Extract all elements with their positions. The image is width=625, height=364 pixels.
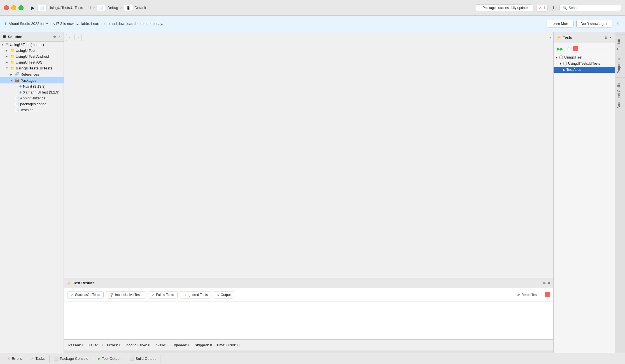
- minimize-button[interactable]: [11, 5, 16, 10]
- test-results-panel: ⚡ Test Results ⊕ × ✓ Successful Tests ❓ …: [64, 278, 553, 351]
- info-button[interactable]: ℹ: [551, 5, 557, 11]
- toolbar-dropdown: ▾: [549, 36, 551, 39]
- center-area: ‹ › ▾ ⚡ Test Results ⊕ × ✓ Successful Te…: [64, 32, 553, 353]
- sidebar-title: Solution: [8, 35, 22, 39]
- breadcrumb-short: U: [88, 6, 91, 10]
- stop-tests-btn-panel[interactable]: [573, 46, 578, 51]
- back-button[interactable]: ‹: [66, 34, 73, 41]
- tool-output-tab[interactable]: ▶ Tool Output: [93, 355, 125, 362]
- inconclusive-tests-filter[interactable]: ❓ Inconclusive Tests: [106, 291, 146, 298]
- tree-item-ios[interactable]: ▶ 📁 UsingUITest.iOS: [0, 59, 64, 65]
- run-button[interactable]: ▶: [31, 5, 35, 11]
- test-results-close-button[interactable]: ×: [547, 281, 551, 286]
- nuget-icon-nunit: ◈: [19, 84, 22, 88]
- editor-toolbar: ‹ › ▾: [64, 32, 553, 43]
- tree-item-root[interactable]: ▼ ⊞ UsingUITest (master): [0, 42, 64, 48]
- titlebar: ▶ 📄 UsingUITests.UITests – U > 📄 Debug >…: [0, 0, 625, 16]
- package-console-tab[interactable]: ⬜ Package Console: [50, 355, 93, 362]
- build-output-tab[interactable]: ⬜ Build Output: [125, 355, 160, 362]
- search-input[interactable]: [569, 6, 614, 10]
- sidebar-header-icons: ⊕ ×: [53, 34, 61, 39]
- test-tree-label-suite: UsingUITests.UITests: [568, 62, 600, 66]
- tree-item-uitests[interactable]: ▼ 📁 UsingUITests.UITests: [0, 65, 64, 71]
- tree-label-ios: UsingUITest.iOS: [16, 60, 42, 64]
- package-console-label: Package Console: [60, 356, 88, 361]
- breadcrumb-config[interactable]: Debug: [108, 6, 118, 10]
- search-bar[interactable]: 🔍: [559, 4, 621, 11]
- breadcrumb-project[interactable]: UsingUITests.UITests: [48, 6, 83, 10]
- output-icon: ≡: [217, 293, 219, 297]
- rerun-tests-button[interactable]: ⟳ Rerun Tests: [513, 291, 543, 298]
- time-label: Time:: [216, 343, 225, 347]
- tree-item-references[interactable]: ▶ 🔗 References: [0, 71, 64, 77]
- forward-button[interactable]: ›: [74, 34, 82, 41]
- invalid-label: Invalid:: [155, 343, 166, 347]
- tree-item-packagesconfig[interactable]: 📄 packages.config: [0, 101, 64, 107]
- nuget-icon-xamarin: ◈: [19, 90, 22, 94]
- breadcrumb-device[interactable]: Default: [135, 6, 146, 10]
- test-tree-arrow-suite: ▼: [559, 62, 562, 65]
- editor-area[interactable]: [64, 43, 553, 278]
- test-results-pin-button[interactable]: ⊕: [542, 281, 546, 286]
- successful-tests-label: Successful Tests: [75, 293, 100, 297]
- test-tree-apps[interactable]: ▶ Test Apps: [554, 67, 615, 73]
- tree-label-references: References: [20, 72, 39, 76]
- tree-item-appinitializer[interactable]: 📄 AppInitializer.cs: [0, 95, 64, 101]
- test-filter-bar: ✓ Successful Tests ❓ Inconclusive Tests …: [64, 288, 553, 302]
- test-tree-suite[interactable]: ▼ UsingUITests.UITests: [554, 60, 615, 67]
- document-outline-tab[interactable]: Document Outline: [615, 77, 625, 112]
- tree-item-nunit[interactable]: ◈ NUnit (3.13.3): [0, 83, 64, 89]
- references-icon: 🔗: [15, 72, 19, 76]
- tests-panel-close-button[interactable]: ×: [609, 35, 612, 40]
- banner-text: Visual Studio 2022 for Mac v17.3 is now …: [9, 22, 544, 26]
- toolbox-tab[interactable]: Toolbox: [615, 34, 625, 54]
- test-tree-icon-apps: ▶: [563, 68, 565, 71]
- learn-more-button[interactable]: Learn More: [547, 20, 573, 27]
- passed-stat: Passed: 0: [68, 343, 84, 347]
- failed-value: 0: [101, 343, 102, 347]
- info-banner: ℹ Visual Studio 2022 for Mac v17.3 is no…: [0, 16, 625, 32]
- tests-panel-pin-button[interactable]: ⊕: [604, 35, 608, 40]
- sidebar-close-button[interactable]: ×: [58, 34, 61, 39]
- tree-arrow-packages: ▼: [10, 79, 15, 82]
- rerun-icon: ⟳: [517, 293, 520, 297]
- successful-icon: ✓: [71, 293, 74, 297]
- error-icon: ✕: [539, 6, 542, 10]
- tasks-tab[interactable]: ✓ Tasks: [26, 355, 49, 362]
- breadcrumb-sep1: –: [85, 6, 87, 10]
- tree-arrow-uitests: ▼: [6, 67, 10, 70]
- tree-label-xamarin: Xamarin.UITest (3.2.9): [23, 90, 59, 94]
- ignored-tests-filter[interactable]: ⊖ Ignored Tests: [180, 291, 211, 298]
- close-button[interactable]: [4, 5, 9, 10]
- maximize-button[interactable]: [18, 5, 24, 10]
- sidebar-pin-button[interactable]: ⊕: [53, 34, 57, 39]
- breadcrumb: 📄 UsingUITests.UITests – U > 📄 Debug > 📱…: [38, 5, 472, 11]
- run-all-tests-button[interactable]: ▶▶: [556, 46, 565, 52]
- banner-close-button[interactable]: ×: [615, 21, 621, 27]
- tree-item-tests[interactable]: 📄 Tests.cs: [0, 107, 64, 113]
- tree-label-android: UsingUITest.Android: [16, 54, 49, 59]
- tree-label-nunit: NUnit (3.13.3): [23, 84, 46, 88]
- horizontal-scrollbar[interactable]: [64, 351, 553, 353]
- test-tree-root[interactable]: ▼ UsingUITest: [554, 54, 615, 60]
- stop-tests-button[interactable]: [545, 292, 550, 297]
- far-right-tabs: Toolbox Properties Document Outline: [615, 32, 625, 353]
- output-filter[interactable]: ≡ Output: [214, 291, 234, 298]
- toggle-tests-button[interactable]: ⊞: [566, 46, 572, 52]
- tree-item-android[interactable]: ▶ 📁 UsingUITest.Android: [0, 53, 64, 59]
- dont-show-button[interactable]: Don't show again: [576, 20, 612, 27]
- errors-tab[interactable]: ✕ Errors: [3, 355, 26, 362]
- tree-item-uiutest[interactable]: ▶ 📁 UsingUITest: [0, 48, 64, 53]
- ignored-tests-label: Ignored Tests: [188, 293, 208, 297]
- tree-item-packages[interactable]: ▼ 📦 Packages: [0, 77, 64, 83]
- error-count-pill[interactable]: ✕ 1: [536, 4, 548, 11]
- tool-output-icon: ▶: [98, 356, 101, 361]
- tree-item-xamarin[interactable]: ◈ Xamarin.UITest (3.2.9): [0, 89, 64, 95]
- time-value: 00:00:00: [227, 343, 240, 347]
- failed-tests-filter[interactable]: ✕ Failed Tests: [148, 291, 178, 298]
- tree-label-packages: Packages: [20, 78, 36, 83]
- inconclusive-tests-label: Inconclusive Tests: [115, 293, 142, 297]
- properties-tab[interactable]: Properties: [615, 54, 625, 77]
- successful-tests-filter[interactable]: ✓ Successful Tests: [67, 291, 104, 298]
- test-results-footer: Passed: 0 Failed: 0 Errors: 0 Inconclusi…: [64, 339, 553, 351]
